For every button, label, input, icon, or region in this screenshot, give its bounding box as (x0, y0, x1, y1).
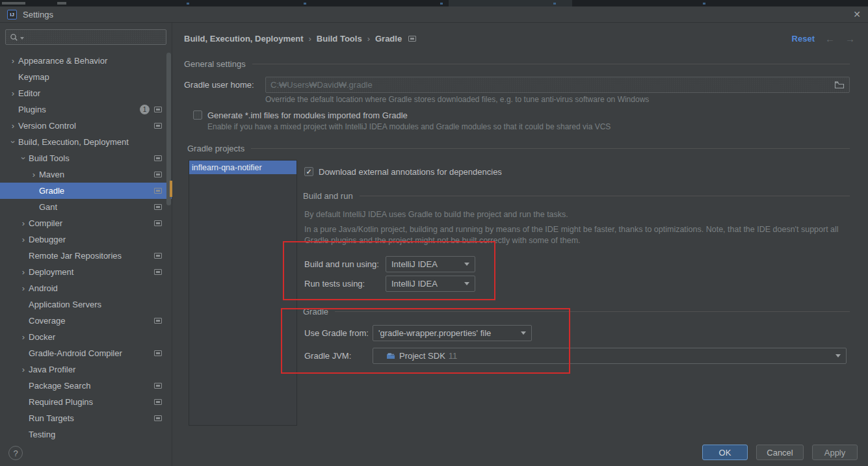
sidebar-item-deployment[interactable]: ›Deployment (0, 264, 172, 280)
sidebar-item-debugger[interactable]: ›Debugger (0, 231, 172, 248)
sidebar-item-gant[interactable]: Gant (0, 199, 172, 215)
apply-button[interactable]: Apply (812, 445, 858, 460)
screen-icon (154, 155, 162, 161)
help-button[interactable]: ? (8, 446, 23, 460)
folder-browse-icon[interactable] (834, 81, 845, 89)
sidebar-item-label: Gant (39, 202, 57, 212)
cancel-button[interactable]: Cancel (756, 445, 804, 460)
sidebar-item-label: Coverage (29, 316, 65, 326)
sidebar-item-keymap[interactable]: Keymap (0, 69, 172, 85)
run-tests-dropdown[interactable]: IntelliJ IDEA (386, 276, 475, 292)
sidebar-item-appearance-behavior[interactable]: ›Appearance & Behavior (0, 53, 172, 69)
sidebar-item-label: Android (29, 283, 58, 293)
build-and-run-description-2: In a pure Java/Kotlin project, building … (304, 224, 843, 246)
chevron-right-icon: › (29, 170, 39, 179)
sidebar-item-required-plugins[interactable]: Required Plugins (0, 394, 172, 410)
breadcrumb-item[interactable]: Gradle (375, 34, 402, 44)
chevron-down-icon: › (8, 137, 18, 148)
sidebar-item-editor[interactable]: ›Editor (0, 85, 172, 101)
settings-content: Build, Execution, Deployment › Build Too… (173, 23, 868, 466)
use-gradle-from-label: Use Gradle from: (304, 328, 373, 338)
sidebar-item-compiler[interactable]: ›Compiler (0, 215, 172, 231)
sidebar-item-coverage[interactable]: Coverage (0, 313, 172, 329)
gradle-jvm-dropdown[interactable]: Project SDK 11 (373, 348, 847, 364)
download-annotations-row: ✓ Download external annotations for depe… (304, 165, 502, 178)
sidebar-item-label: Compiler (29, 218, 62, 228)
generate-iml-row: Generate *.iml files for modules importe… (193, 108, 408, 122)
sidebar-item-label: Editor (18, 88, 40, 98)
gradle-jvm-label: Gradle JVM: (304, 351, 373, 361)
sidebar-item-plugins[interactable]: Plugins1 (0, 101, 172, 118)
gradle-user-home-value: C:₩Users₩David₩.gradle (270, 80, 373, 90)
download-annotations-checkbox[interactable]: ✓ (304, 167, 313, 176)
breadcrumb-item[interactable]: Build Tools (317, 34, 362, 44)
sidebar-item-label: Testing (29, 430, 55, 439)
gradle-user-home-field[interactable]: C:₩Users₩David₩.gradle (265, 77, 850, 93)
forward-arrow-icon[interactable]: → (845, 33, 855, 44)
build-using-value: IntelliJ IDEA (391, 259, 438, 269)
sidebar-item-label: Version Control (18, 121, 76, 131)
ok-button[interactable]: OK (702, 445, 748, 460)
dialog-titlebar: IJ Settings ✕ (0, 6, 868, 23)
use-gradle-from-value: 'gradle-wrapper.properties' file (378, 328, 491, 338)
gradle-section-title: Gradle (303, 305, 850, 317)
sidebar-scrollbar[interactable] (166, 53, 171, 440)
sidebar-item-build-execution-deployment[interactable]: ›Build, Execution, Deployment (0, 134, 172, 150)
sidebar-item-testing[interactable]: Testing (0, 426, 172, 443)
run-tests-label: Run tests using: (304, 279, 386, 289)
chevron-right-icon: › (18, 332, 29, 342)
build-using-label: Build and run using: (304, 259, 386, 269)
chevron-right-icon: › (18, 267, 29, 277)
settings-tree: ›Appearance & Behavior Keymap ›Editor Pl… (0, 53, 172, 443)
gradle-jvm-value: Project SDK (399, 351, 445, 361)
generate-iml-label: Generate *.iml files for modules importe… (207, 110, 408, 120)
gradle-user-home-help: Override the default location where Grad… (265, 95, 649, 104)
project-list-item[interactable]: inflearn-qna-notifier (189, 161, 296, 174)
chevron-right-icon: › (18, 283, 29, 293)
use-gradle-from-dropdown[interactable]: 'gradle-wrapper.properties' file (373, 325, 532, 341)
section-divider (252, 64, 850, 64)
sidebar-item-label: Build Tools (29, 153, 70, 163)
search-input[interactable] (27, 32, 162, 42)
background-mark (2, 2, 25, 5)
sidebar-item-package-search[interactable]: Package Search (0, 378, 172, 394)
screen-icon (154, 220, 162, 226)
screen-icon (154, 269, 162, 275)
sidebar-item-android[interactable]: ›Android (0, 280, 172, 296)
reset-link[interactable]: Reset (792, 34, 815, 44)
sidebar-item-application-servers[interactable]: Application Servers (0, 296, 172, 313)
sidebar-item-label: Gradle-Android Compiler (29, 348, 122, 358)
sidebar-item-gradle-android-compiler[interactable]: Gradle-Android Compiler (0, 345, 172, 361)
general-settings-section-title: General settings (184, 58, 850, 70)
section-title-label: Gradle projects (187, 144, 244, 153)
settings-search-box[interactable] (5, 29, 166, 45)
screen-icon (154, 107, 162, 112)
back-arrow-icon[interactable]: ← (825, 33, 835, 44)
screen-icon (154, 383, 162, 389)
generate-iml-help: Enable if you have a mixed project with … (207, 122, 611, 131)
use-gradle-from-row: Use Gradle from: 'gradle-wrapper.propert… (304, 324, 532, 341)
sidebar-item-remote-jar-repositories[interactable]: Remote Jar Repositories (0, 248, 172, 264)
sidebar-item-label: Gradle (39, 186, 64, 196)
background-dot (703, 3, 705, 5)
section-divider (251, 148, 850, 149)
sidebar-item-maven[interactable]: ›Maven (0, 166, 172, 183)
generate-iml-checkbox[interactable] (193, 110, 202, 120)
close-icon[interactable]: ✕ (853, 9, 861, 19)
search-filter-caret-icon (20, 37, 24, 40)
gradle-user-home-label: Gradle user home: (184, 80, 265, 90)
sidebar-item-gradle[interactable]: Gradle (0, 183, 172, 199)
sidebar-item-docker[interactable]: ›Docker (0, 329, 172, 345)
chevron-down-icon: › (19, 153, 29, 164)
intellij-app-icon: IJ (7, 10, 17, 19)
sidebar-item-label: Appearance & Behavior (18, 56, 107, 66)
build-using-dropdown[interactable]: IntelliJ IDEA (386, 256, 475, 272)
sidebar-item-run-targets[interactable]: Run Targets (0, 410, 172, 426)
sidebar-item-build-tools[interactable]: ›Build Tools (0, 150, 172, 166)
screen-icon (154, 253, 162, 259)
sidebar-item-java-profiler[interactable]: ›Java Profiler (0, 361, 172, 378)
sidebar-item-version-control[interactable]: ›Version Control (0, 118, 172, 134)
breadcrumb-item[interactable]: Build, Execution, Deployment (184, 34, 303, 44)
screen-icon (408, 36, 416, 42)
breadcrumb: Build, Execution, Deployment › Build Too… (184, 29, 855, 47)
